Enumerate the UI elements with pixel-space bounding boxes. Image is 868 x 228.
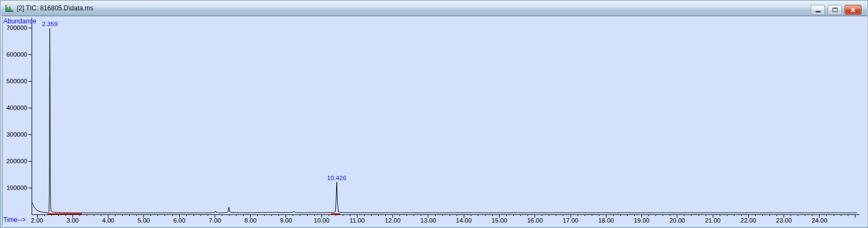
x-tick-label: 3.00 xyxy=(66,217,78,224)
close-button[interactable] xyxy=(845,5,861,15)
y-axis-title: Abundance xyxy=(3,17,37,25)
x-tick-label: 6.00 xyxy=(173,217,185,224)
x-tick-label: 5.00 xyxy=(138,217,150,224)
x-tick-label: 9.00 xyxy=(280,217,292,224)
x-tick-label: 13.00 xyxy=(421,217,436,224)
window-controls xyxy=(811,5,861,15)
x-tick-label: 10.00 xyxy=(314,217,330,224)
x-tick-label: 22.00 xyxy=(740,217,756,224)
peak-retention-time-label: 10.426 xyxy=(327,175,346,181)
y-tick-label: 600000 xyxy=(7,51,27,58)
y-tick-label: 100000 xyxy=(7,184,27,191)
window-titlebar[interactable]: [2] TIC: 816805.D\data.ms xyxy=(1,1,867,16)
x-tick-label: 15.00 xyxy=(491,217,507,224)
x-axis-title: Time--> xyxy=(3,216,26,224)
y-tick-label: 500000 xyxy=(7,78,27,84)
y-tick-label: 200000 xyxy=(7,158,27,164)
x-tick-label: 16.00 xyxy=(527,217,543,224)
peak-retention-time-label: 2.359 xyxy=(42,21,58,27)
y-tick-label: 300000 xyxy=(7,131,27,138)
close-icon xyxy=(850,8,856,13)
minimize-button[interactable] xyxy=(811,5,825,15)
x-tick-label: 8.00 xyxy=(244,217,256,224)
x-tick-label: 11.00 xyxy=(349,217,365,224)
maximize-icon xyxy=(833,8,837,12)
x-tick-label: 20.00 xyxy=(669,217,685,224)
y-tick-label: 400000 xyxy=(7,104,27,111)
x-tick-label: 4.00 xyxy=(102,217,114,224)
chromatogram-window-icon xyxy=(5,4,14,13)
window-title: [2] TIC: 816805.D\data.ms xyxy=(17,1,94,15)
x-tick-label: 17.00 xyxy=(563,217,579,224)
x-tick-label: 23.00 xyxy=(776,217,792,224)
chemstation-window: [2] TIC: 816805.D\data.ms 10000020000030… xyxy=(0,0,868,228)
y-tick-label: 700000 xyxy=(7,24,27,31)
integration-baseline-mark xyxy=(331,213,340,214)
tic-trace xyxy=(32,28,857,213)
x-tick-label: 14.00 xyxy=(456,217,472,224)
x-tick-label: 2.00 xyxy=(31,217,43,224)
x-tick-label: 12.00 xyxy=(385,217,400,224)
x-tick-label: 24.00 xyxy=(812,217,828,224)
minimize-icon xyxy=(816,11,821,13)
x-tick-label: 18.00 xyxy=(598,217,614,224)
x-tick-label: 19.00 xyxy=(634,217,650,224)
x-tick-label: 21.00 xyxy=(705,217,721,224)
integration-baseline-mark xyxy=(47,213,82,214)
maximize-button[interactable] xyxy=(828,5,842,15)
x-tick-label: 7.00 xyxy=(209,217,221,224)
chromatogram-canvas: 1000002000003000004000005000006000007000… xyxy=(3,16,867,225)
chromatogram-plot-area[interactable]: 1000002000003000004000005000006000007000… xyxy=(2,16,867,226)
